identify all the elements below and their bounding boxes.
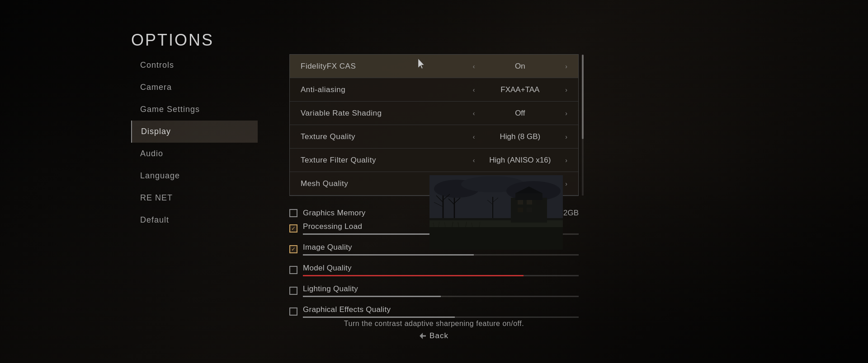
setting-row-texture-quality[interactable]: Texture Quality‹High (8 GB)› <box>290 125 578 149</box>
sidebar-item-default[interactable]: Default <box>131 209 258 231</box>
arrow-left-variable-rate-shading[interactable]: ‹ <box>473 110 475 117</box>
setting-label-anti-aliasing: Anti-aliasing <box>301 85 473 94</box>
arrow-right-mesh-quality[interactable]: › <box>565 180 567 187</box>
bar-fill-image-quality <box>303 254 474 256</box>
bar-track-model-quality <box>303 275 579 276</box>
arrow-left-anti-aliasing[interactable]: ‹ <box>473 86 475 93</box>
bar-label-model-quality: Model Quality <box>303 264 352 273</box>
arrow-left-fidelityfx-cas[interactable]: ‹ <box>473 63 475 70</box>
bar-container-graphical-effects-quality: Graphical Effects Quality <box>303 305 579 318</box>
scrollbar-track[interactable] <box>582 55 584 195</box>
bar-label-graphical-effects-quality: Graphical Effects Quality <box>303 305 391 314</box>
bar-item-model-quality: Model Quality <box>289 264 579 276</box>
sidebar-item-audio[interactable]: Audio <box>131 143 258 165</box>
arrow-right-texture-quality[interactable]: › <box>565 133 567 140</box>
bar-fill-lighting-quality <box>303 296 441 297</box>
sidebar-item-display[interactable]: Display <box>131 121 258 143</box>
sidebar-item-re-net[interactable]: RE NET <box>131 187 258 209</box>
setting-value-texture-quality: High (8 GB) <box>484 132 556 141</box>
scene-svg <box>429 175 563 250</box>
sidebar-item-language[interactable]: Language <box>131 165 258 187</box>
bar-container-lighting-quality: Lighting Quality <box>303 284 579 297</box>
setting-row-anti-aliasing[interactable]: Anti-aliasing‹FXAA+TAA› <box>290 78 578 102</box>
setting-row-variable-rate-shading[interactable]: Variable Rate Shading‹Off› <box>290 102 578 125</box>
setting-value-texture-filter-quality: High (ANISO x16) <box>484 156 556 165</box>
back-button[interactable]: Back <box>420 331 448 340</box>
checkbox-processing-load[interactable] <box>289 224 297 233</box>
arrow-right-anti-aliasing[interactable]: › <box>565 86 567 93</box>
bar-item-graphical-effects-quality: Graphical Effects Quality <box>289 305 579 318</box>
bar-fill-model-quality <box>303 275 524 276</box>
checkbox-graphical-effects-quality[interactable] <box>289 307 297 316</box>
bar-fill-graphical-effects-quality <box>303 316 455 318</box>
bar-track-graphical-effects-quality <box>303 316 579 318</box>
graphics-memory-checkbox[interactable] <box>289 209 297 217</box>
back-icon <box>420 333 426 339</box>
arrow-right-fidelityfx-cas[interactable]: › <box>565 63 567 70</box>
checkbox-model-quality[interactable] <box>289 266 297 274</box>
sidebar-item-camera[interactable]: Camera <box>131 76 258 98</box>
checkbox-image-quality[interactable] <box>289 245 297 253</box>
bar-label-processing-load: Processing Load <box>303 222 362 231</box>
arrow-left-texture-filter-quality[interactable]: ‹ <box>473 157 475 164</box>
checkbox-lighting-quality[interactable] <box>289 287 297 295</box>
bar-track-lighting-quality <box>303 296 579 297</box>
setting-label-variable-rate-shading: Variable Rate Shading <box>301 109 473 118</box>
arrow-left-texture-quality[interactable]: ‹ <box>473 133 475 140</box>
bar-track-image-quality <box>303 254 579 256</box>
setting-label-fidelityfx-cas: FidelityFX CAS <box>301 62 473 71</box>
page-title: Options <box>131 31 214 50</box>
preview-image <box>429 175 563 250</box>
back-label: Back <box>429 331 448 340</box>
bar-label-image-quality: Image Quality <box>303 243 352 252</box>
arrow-right-variable-rate-shading[interactable]: › <box>565 110 567 117</box>
sidebar-item-game-settings[interactable]: Game Settings <box>131 98 258 121</box>
bar-label-lighting-quality: Lighting Quality <box>303 284 358 293</box>
scrollbar-thumb[interactable] <box>582 55 584 139</box>
setting-row-texture-filter-quality[interactable]: Texture Filter Quality‹High (ANISO x16)› <box>290 149 578 172</box>
svg-rect-33 <box>429 175 563 250</box>
sidebar: ControlsCameraGame SettingsDisplayAudioL… <box>131 54 258 231</box>
settings-dropdown: FidelityFX CAS‹On›Anti-aliasing‹FXAA+TAA… <box>289 54 579 196</box>
arrow-right-texture-filter-quality[interactable]: › <box>565 157 567 164</box>
setting-value-fidelityfx-cas: On <box>484 62 556 71</box>
setting-value-variable-rate-shading: Off <box>484 109 556 118</box>
description-text: Turn the contrast adaptive sharpening fe… <box>344 320 524 328</box>
bar-container-model-quality: Model Quality <box>303 264 579 276</box>
graphics-memory-label: Graphics Memory <box>303 209 366 218</box>
bottom-bar: Turn the contrast adaptive sharpening fe… <box>0 320 868 340</box>
setting-label-texture-quality: Texture Quality <box>301 132 473 141</box>
sidebar-item-controls[interactable]: Controls <box>131 54 258 76</box>
bar-item-lighting-quality: Lighting Quality <box>289 284 579 297</box>
setting-value-anti-aliasing: FXAA+TAA <box>484 85 556 94</box>
setting-label-texture-filter-quality: Texture Filter Quality <box>301 156 473 165</box>
page-wrapper: Options ControlsCameraGame SettingsDispl… <box>0 0 868 363</box>
setting-row-fidelityfx-cas[interactable]: FidelityFX CAS‹On› <box>290 55 578 78</box>
